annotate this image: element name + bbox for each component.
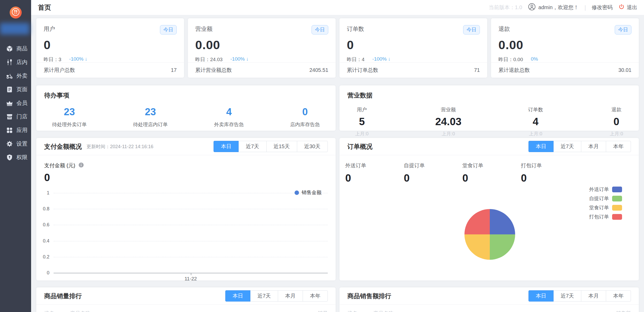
panel-title: 待办事项 (44, 91, 328, 100)
delta-value: -100% ↓ (69, 56, 88, 63)
tab-today[interactable]: 本日 (528, 141, 554, 152)
cube-icon (6, 45, 13, 52)
yesterday-value: 昨日：4 (347, 56, 365, 63)
grid-icon (6, 127, 13, 134)
change-password-button[interactable]: 修改密码 (592, 4, 613, 11)
delta-value: -100% ↓ (372, 56, 391, 63)
app-logo[interactable] (10, 7, 22, 19)
page-title: 首页 (38, 3, 51, 12)
payment-amount-value: 0 (44, 172, 336, 183)
panel-title: 订单概况 (347, 142, 372, 151)
yesterday-value: 昨日：3 (44, 56, 61, 63)
card-value: 0 (347, 38, 480, 52)
tab-today[interactable]: 本日 (528, 290, 554, 302)
today-badge: 今日 (312, 25, 328, 34)
delta-value: 0% (531, 56, 538, 63)
order-stat-delivery: 外送订单 0 (345, 162, 404, 184)
card-title: 退款 (498, 25, 510, 33)
tab-year[interactable]: 本年 (606, 290, 631, 302)
sidebar-item-settings[interactable]: 设置 (0, 137, 31, 151)
tab-today[interactable]: 本日 (214, 141, 239, 152)
card-title: 用户 (44, 25, 55, 33)
sidebar-item-instore[interactable]: 店内 (0, 55, 31, 69)
card-value: 0 (44, 38, 177, 52)
todo-item-takeout-orders[interactable]: 23 待处理外卖订单 (52, 106, 87, 128)
avatar-icon (528, 3, 536, 12)
legend-item-pickup[interactable]: 自提订单 (589, 195, 622, 202)
business-stat-revenue: 营业额 24.03 上月:0 (435, 106, 461, 137)
todo-item-instore-stock[interactable]: 0 店内库存告急 (290, 106, 320, 128)
sidebar-item-takeout[interactable]: 外卖 (0, 69, 31, 83)
tab-30days[interactable]: 近30天 (297, 141, 328, 152)
product-sales-rank-panel: 商品销量排行 本日 近7天 本月 本年 排名 商品名称 销量 (36, 287, 336, 312)
sidebar-item-stores[interactable]: 门店 (0, 110, 31, 123)
tab-year[interactable]: 本年 (303, 290, 328, 302)
panel-title: 商品销售额排行 (347, 292, 391, 300)
card-value: 0.00 (498, 38, 631, 52)
payment-range-tabs: 本日 近7天 近15天 近30天 (214, 141, 328, 152)
tab-7days[interactable]: 近7天 (238, 141, 266, 152)
y-axis-labels: 1 0.8 0.6 0.4 0.2 0 (39, 193, 51, 273)
document-icon (6, 86, 13, 93)
logout-label: 退出 (627, 4, 637, 11)
info-icon[interactable] (78, 162, 84, 169)
gear-icon (6, 140, 13, 147)
crown-icon (6, 100, 13, 107)
x-axis-tick (191, 273, 191, 275)
user-menu[interactable]: admin，欢迎您！ (528, 3, 579, 12)
middle-row: 待办事项 23 待处理外卖订单 23 待处理店内订单 4 外卖库存告急 0 店内… (36, 85, 639, 131)
sidebar-item-members[interactable]: 会员 (0, 96, 31, 110)
legend-item-takeaway[interactable]: 打包订单 (589, 213, 622, 220)
legend-item-dinein[interactable]: 堂食订单 (589, 204, 622, 211)
shield-icon (6, 154, 13, 161)
delta-value: -100% ↓ (231, 56, 249, 63)
todo-count: 0 (290, 106, 320, 118)
pie-legend: 外送订单 自提订单 堂食订单 打包订单 (589, 186, 622, 223)
todo-label: 外卖库存告急 (214, 121, 244, 128)
rank-table-header: 排名 商品名称 销售额 (340, 305, 639, 312)
yesterday-value: 昨日：0.00 (498, 56, 523, 63)
today-badge: 今日 (615, 25, 631, 34)
todo-count: 4 (214, 106, 244, 118)
tab-7days[interactable]: 近7天 (553, 290, 581, 302)
total-label: 累计用户总数 (44, 67, 75, 74)
tab-month[interactable]: 本月 (581, 290, 606, 302)
tab-today[interactable]: 本日 (225, 290, 250, 302)
tab-month[interactable]: 本月 (278, 290, 303, 302)
legend-swatch-icon (612, 214, 622, 220)
todo-item-takeout-stock[interactable]: 4 外卖库存告急 (214, 106, 244, 128)
plot-area (54, 193, 328, 273)
total-value: 71 (474, 67, 480, 73)
stat-cards-row: 用户今日 0 昨日：3-100% ↓ 累计用户总数17 营业额今日 0.00 昨… (36, 18, 639, 78)
sidebar-item-pages[interactable]: 页面 (0, 83, 31, 96)
sidebar-item-label: 会员 (16, 99, 27, 107)
tab-7days[interactable]: 近7天 (553, 141, 581, 152)
metric-label: 支付金额 (元) (44, 162, 75, 169)
sidebar-item-label: 商品 (16, 45, 27, 52)
tab-month[interactable]: 本月 (581, 141, 606, 152)
logout-button[interactable]: 退出 (618, 4, 637, 11)
tab-7days[interactable]: 近7天 (250, 290, 278, 302)
today-badge: 今日 (160, 25, 177, 34)
legend-item-sales-amount[interactable]: 销售金额 (295, 189, 321, 196)
total-label: 累计订单总数 (347, 67, 378, 74)
revenue-rank-tabs: 本日 近7天 本月 本年 (529, 290, 631, 302)
order-stat-dinein: 堂食订单 0 (462, 162, 521, 184)
sidebar: 商品 店内 外卖 页面 会员 (0, 0, 31, 312)
order-pie (464, 209, 515, 260)
payment-overview-panel: 支付金额概况 更新时间：2024-11-22 14:16:16 本日 近7天 近… (36, 138, 336, 280)
sidebar-item-label: 页面 (16, 86, 27, 93)
tab-15days[interactable]: 近15天 (266, 141, 297, 152)
sidebar-item-label: 外卖 (16, 72, 27, 79)
sidebar-item-apps[interactable]: 应用 (0, 123, 31, 137)
sidebar-item-permissions[interactable]: 权限 (0, 151, 31, 164)
stat-card-revenue: 营业额今日 0.00 昨日：24.03-100% ↓ 累计营业额总数2405.5… (188, 18, 336, 78)
order-stat-pickup: 自提订单 0 (404, 162, 462, 184)
legend-swatch-icon (612, 196, 622, 201)
sidebar-nav: 商品 店内 外卖 页面 会员 (0, 42, 31, 164)
rank-table-header: 排名 商品名称 销量 (36, 305, 336, 312)
tab-year[interactable]: 本年 (606, 141, 631, 152)
legend-item-delivery[interactable]: 外送订单 (589, 186, 622, 193)
sidebar-item-goods[interactable]: 商品 (0, 42, 31, 55)
todo-item-instore-orders[interactable]: 23 待处理店内订单 (133, 106, 168, 128)
